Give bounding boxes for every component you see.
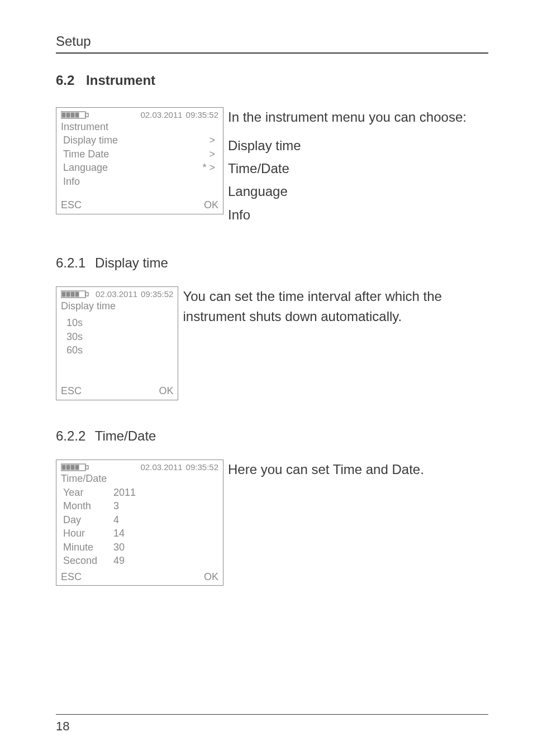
time-date-lcd: 02.03.2011 09:35:52 Time/Date Year 2011 … bbox=[56, 460, 223, 586]
option-30s[interactable]: 30s bbox=[66, 331, 172, 343]
field-value: 30 bbox=[113, 541, 158, 554]
svg-rect-13 bbox=[85, 466, 88, 469]
battery-icon bbox=[61, 111, 89, 119]
svg-rect-4 bbox=[71, 113, 74, 117]
svg-rect-3 bbox=[66, 113, 70, 117]
svg-rect-1 bbox=[85, 113, 88, 117]
battery-icon bbox=[61, 463, 89, 471]
field-value: 4 bbox=[113, 514, 158, 527]
description-text: Here you can set Time and Date. bbox=[228, 460, 424, 480]
list-item: Display time bbox=[228, 135, 467, 156]
field-month[interactable]: Month 3 bbox=[63, 500, 217, 513]
lcd-date: 02.03.2011 bbox=[141, 110, 183, 121]
lcd-date: 02.03.2011 bbox=[141, 462, 183, 473]
subsection-title: Display time bbox=[95, 255, 168, 270]
menu-item-language[interactable]: Language * > bbox=[63, 161, 217, 174]
field-value: 3 bbox=[113, 500, 158, 513]
lcd-time: 09:35:52 bbox=[186, 110, 218, 121]
menu-item-info[interactable]: Info bbox=[63, 175, 217, 188]
ok-button[interactable]: OK bbox=[204, 571, 218, 583]
option-60s[interactable]: 60s bbox=[66, 344, 172, 357]
menu-item-mark bbox=[198, 175, 217, 188]
esc-button[interactable]: ESC bbox=[61, 571, 82, 583]
time-date-description: Here you can set Time and Date. bbox=[228, 460, 424, 482]
field-name: Hour bbox=[63, 527, 113, 540]
esc-button[interactable]: ESC bbox=[61, 199, 82, 212]
display-time-description: You can set the time interval after whic… bbox=[183, 286, 488, 329]
svg-rect-16 bbox=[71, 465, 74, 470]
ok-button[interactable]: OK bbox=[159, 385, 173, 398]
subsection-number: 6.2.1 bbox=[56, 255, 85, 271]
description-text: You can set the time interval after whic… bbox=[183, 286, 488, 327]
ok-button[interactable]: OK bbox=[204, 199, 218, 212]
chevron-right-icon: > bbox=[198, 134, 217, 147]
menu-item-label: Display time bbox=[63, 134, 198, 147]
esc-button[interactable]: ESC bbox=[61, 385, 82, 398]
svg-rect-17 bbox=[75, 465, 79, 470]
menu-item-display-time[interactable]: Display time > bbox=[63, 134, 217, 147]
svg-rect-10 bbox=[71, 292, 74, 296]
lcd-time: 09:35:52 bbox=[186, 462, 218, 473]
svg-rect-8 bbox=[62, 292, 65, 296]
field-value: 14 bbox=[113, 527, 158, 540]
svg-rect-5 bbox=[75, 113, 79, 117]
subsection-heading: 6.2.1 Display time bbox=[56, 255, 488, 271]
page-number: 18 bbox=[56, 719, 69, 733]
subsection-number: 6.2.2 bbox=[56, 428, 85, 444]
lcd-time: 09:35:52 bbox=[141, 289, 173, 300]
field-hour[interactable]: Hour 14 bbox=[63, 527, 217, 540]
list-item: Time/Date bbox=[228, 158, 467, 179]
svg-rect-14 bbox=[62, 465, 65, 470]
page-footer: 18 bbox=[56, 714, 488, 734]
field-day[interactable]: Day 4 bbox=[63, 514, 217, 527]
menu-item-label: Time Date bbox=[63, 148, 198, 161]
instrument-description: In the instrument menu you can choose: D… bbox=[228, 107, 467, 227]
section-title-text: Instrument bbox=[86, 73, 155, 88]
lcd-title: Instrument bbox=[61, 121, 218, 133]
menu-item-time-date[interactable]: Time Date > bbox=[63, 148, 217, 161]
battery-icon bbox=[61, 290, 89, 298]
svg-rect-2 bbox=[62, 113, 65, 117]
instrument-lcd: 02.03.2011 09:35:52 Instrument Display t… bbox=[56, 107, 223, 214]
option-10s[interactable]: 10s bbox=[66, 317, 172, 329]
field-value: 49 bbox=[113, 554, 158, 567]
section-number: 6.2 bbox=[56, 73, 74, 88]
field-minute[interactable]: Minute 30 bbox=[63, 541, 217, 554]
menu-item-label: Language bbox=[63, 161, 198, 174]
svg-rect-9 bbox=[66, 292, 70, 296]
field-year[interactable]: Year 2011 bbox=[63, 486, 217, 499]
subsection-title: Time/Date bbox=[95, 428, 156, 443]
section-heading: 6.2 Instrument bbox=[56, 73, 488, 88]
field-second[interactable]: Second 49 bbox=[63, 554, 217, 567]
svg-rect-7 bbox=[85, 293, 88, 296]
field-name: Year bbox=[63, 486, 113, 499]
selected-chevron-icon: * > bbox=[198, 161, 217, 174]
lcd-title: Display time bbox=[61, 300, 173, 313]
lcd-date: 02.03.2011 bbox=[96, 289, 137, 300]
field-name: Second bbox=[63, 554, 113, 567]
svg-rect-15 bbox=[66, 465, 70, 470]
lcd-title: Time/Date bbox=[61, 472, 218, 485]
list-item: Language bbox=[228, 181, 467, 202]
menu-item-label: Info bbox=[63, 175, 198, 188]
display-time-lcd: 02.03.2011 09:35:52 Display time 10s 30s… bbox=[56, 286, 178, 400]
field-value: 2011 bbox=[113, 486, 158, 499]
svg-rect-11 bbox=[75, 292, 79, 296]
field-name: Day bbox=[63, 514, 113, 527]
field-name: Minute bbox=[63, 541, 113, 554]
list-item: Info bbox=[228, 204, 467, 225]
subsection-heading: 6.2.2 Time/Date bbox=[56, 428, 488, 444]
running-head: Setup bbox=[56, 34, 488, 54]
chevron-right-icon: > bbox=[198, 148, 217, 161]
field-name: Month bbox=[63, 500, 113, 513]
intro-text: In the instrument menu you can choose: bbox=[228, 107, 467, 127]
